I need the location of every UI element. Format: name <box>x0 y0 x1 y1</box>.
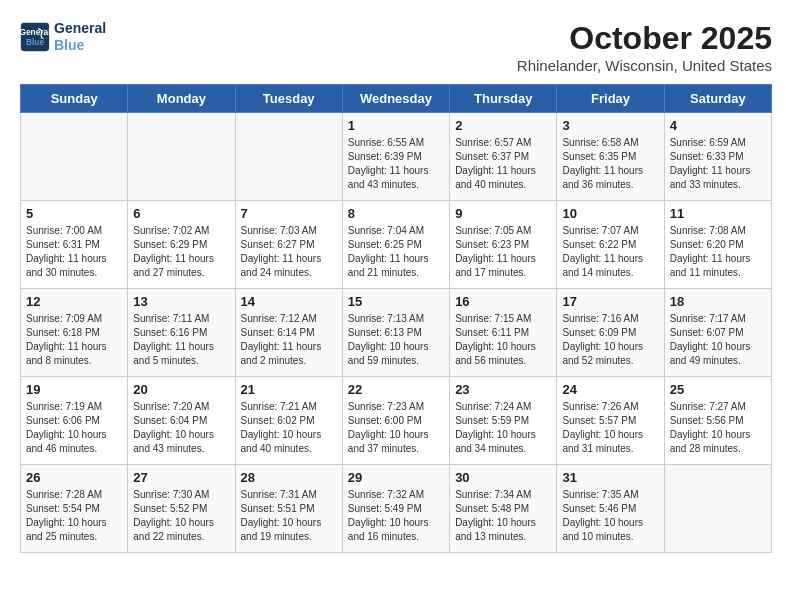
weekday-header: Sunday <box>21 85 128 113</box>
calendar-week-row: 19Sunrise: 7:19 AM Sunset: 6:06 PM Dayli… <box>21 377 772 465</box>
weekday-header: Friday <box>557 85 664 113</box>
calendar-cell: 29Sunrise: 7:32 AM Sunset: 5:49 PM Dayli… <box>342 465 449 553</box>
calendar-cell: 2Sunrise: 6:57 AM Sunset: 6:37 PM Daylig… <box>450 113 557 201</box>
title-block: October 2025 Rhinelander, Wisconsin, Uni… <box>517 20 772 74</box>
day-number: 20 <box>133 382 229 397</box>
calendar-cell: 7Sunrise: 7:03 AM Sunset: 6:27 PM Daylig… <box>235 201 342 289</box>
page-header: General Blue General Blue October 2025 R… <box>20 20 772 74</box>
calendar-table: SundayMondayTuesdayWednesdayThursdayFrid… <box>20 84 772 553</box>
day-number: 27 <box>133 470 229 485</box>
weekday-header: Tuesday <box>235 85 342 113</box>
calendar-cell: 22Sunrise: 7:23 AM Sunset: 6:00 PM Dayli… <box>342 377 449 465</box>
calendar-cell: 9Sunrise: 7:05 AM Sunset: 6:23 PM Daylig… <box>450 201 557 289</box>
logo-icon: General Blue <box>20 22 50 52</box>
calendar-cell: 25Sunrise: 7:27 AM Sunset: 5:56 PM Dayli… <box>664 377 771 465</box>
calendar-cell: 14Sunrise: 7:12 AM Sunset: 6:14 PM Dayli… <box>235 289 342 377</box>
day-detail: Sunrise: 7:31 AM Sunset: 5:51 PM Dayligh… <box>241 488 337 544</box>
calendar-cell: 16Sunrise: 7:15 AM Sunset: 6:11 PM Dayli… <box>450 289 557 377</box>
calendar-cell: 17Sunrise: 7:16 AM Sunset: 6:09 PM Dayli… <box>557 289 664 377</box>
day-number: 5 <box>26 206 122 221</box>
calendar-cell: 4Sunrise: 6:59 AM Sunset: 6:33 PM Daylig… <box>664 113 771 201</box>
calendar-week-row: 12Sunrise: 7:09 AM Sunset: 6:18 PM Dayli… <box>21 289 772 377</box>
day-detail: Sunrise: 7:00 AM Sunset: 6:31 PM Dayligh… <box>26 224 122 280</box>
day-number: 7 <box>241 206 337 221</box>
calendar-cell: 18Sunrise: 7:17 AM Sunset: 6:07 PM Dayli… <box>664 289 771 377</box>
day-detail: Sunrise: 7:07 AM Sunset: 6:22 PM Dayligh… <box>562 224 658 280</box>
calendar-cell <box>664 465 771 553</box>
day-number: 19 <box>26 382 122 397</box>
day-detail: Sunrise: 6:55 AM Sunset: 6:39 PM Dayligh… <box>348 136 444 192</box>
day-number: 31 <box>562 470 658 485</box>
weekday-header: Thursday <box>450 85 557 113</box>
day-detail: Sunrise: 7:08 AM Sunset: 6:20 PM Dayligh… <box>670 224 766 280</box>
calendar-cell: 15Sunrise: 7:13 AM Sunset: 6:13 PM Dayli… <box>342 289 449 377</box>
calendar-cell: 23Sunrise: 7:24 AM Sunset: 5:59 PM Dayli… <box>450 377 557 465</box>
day-detail: Sunrise: 7:03 AM Sunset: 6:27 PM Dayligh… <box>241 224 337 280</box>
logo-text-general: General <box>54 20 106 37</box>
calendar-cell: 26Sunrise: 7:28 AM Sunset: 5:54 PM Dayli… <box>21 465 128 553</box>
calendar-cell: 24Sunrise: 7:26 AM Sunset: 5:57 PM Dayli… <box>557 377 664 465</box>
calendar-cell <box>235 113 342 201</box>
calendar-cell: 27Sunrise: 7:30 AM Sunset: 5:52 PM Dayli… <box>128 465 235 553</box>
calendar-cell: 21Sunrise: 7:21 AM Sunset: 6:02 PM Dayli… <box>235 377 342 465</box>
day-detail: Sunrise: 7:13 AM Sunset: 6:13 PM Dayligh… <box>348 312 444 368</box>
day-number: 23 <box>455 382 551 397</box>
weekday-header: Saturday <box>664 85 771 113</box>
day-number: 12 <box>26 294 122 309</box>
day-number: 8 <box>348 206 444 221</box>
day-detail: Sunrise: 7:15 AM Sunset: 6:11 PM Dayligh… <box>455 312 551 368</box>
calendar-cell: 11Sunrise: 7:08 AM Sunset: 6:20 PM Dayli… <box>664 201 771 289</box>
day-number: 22 <box>348 382 444 397</box>
calendar-week-row: 1Sunrise: 6:55 AM Sunset: 6:39 PM Daylig… <box>21 113 772 201</box>
calendar-cell <box>128 113 235 201</box>
day-number: 2 <box>455 118 551 133</box>
day-number: 16 <box>455 294 551 309</box>
day-detail: Sunrise: 7:28 AM Sunset: 5:54 PM Dayligh… <box>26 488 122 544</box>
logo-text-blue: Blue <box>54 37 106 54</box>
day-number: 28 <box>241 470 337 485</box>
day-number: 1 <box>348 118 444 133</box>
logo: General Blue General Blue <box>20 20 106 54</box>
day-detail: Sunrise: 7:04 AM Sunset: 6:25 PM Dayligh… <box>348 224 444 280</box>
weekday-header: Wednesday <box>342 85 449 113</box>
day-number: 9 <box>455 206 551 221</box>
day-detail: Sunrise: 7:09 AM Sunset: 6:18 PM Dayligh… <box>26 312 122 368</box>
weekday-header: Monday <box>128 85 235 113</box>
day-number: 6 <box>133 206 229 221</box>
calendar-cell: 30Sunrise: 7:34 AM Sunset: 5:48 PM Dayli… <box>450 465 557 553</box>
calendar-cell: 28Sunrise: 7:31 AM Sunset: 5:51 PM Dayli… <box>235 465 342 553</box>
day-detail: Sunrise: 6:59 AM Sunset: 6:33 PM Dayligh… <box>670 136 766 192</box>
day-detail: Sunrise: 7:35 AM Sunset: 5:46 PM Dayligh… <box>562 488 658 544</box>
calendar-cell: 5Sunrise: 7:00 AM Sunset: 6:31 PM Daylig… <box>21 201 128 289</box>
calendar-cell: 6Sunrise: 7:02 AM Sunset: 6:29 PM Daylig… <box>128 201 235 289</box>
svg-text:General: General <box>20 26 50 36</box>
calendar-cell: 8Sunrise: 7:04 AM Sunset: 6:25 PM Daylig… <box>342 201 449 289</box>
day-detail: Sunrise: 6:57 AM Sunset: 6:37 PM Dayligh… <box>455 136 551 192</box>
day-detail: Sunrise: 7:11 AM Sunset: 6:16 PM Dayligh… <box>133 312 229 368</box>
day-number: 29 <box>348 470 444 485</box>
day-number: 26 <box>26 470 122 485</box>
day-number: 4 <box>670 118 766 133</box>
day-detail: Sunrise: 7:27 AM Sunset: 5:56 PM Dayligh… <box>670 400 766 456</box>
calendar-cell: 31Sunrise: 7:35 AM Sunset: 5:46 PM Dayli… <box>557 465 664 553</box>
day-number: 14 <box>241 294 337 309</box>
calendar-week-row: 5Sunrise: 7:00 AM Sunset: 6:31 PM Daylig… <box>21 201 772 289</box>
month-title: October 2025 <box>517 20 772 57</box>
calendar-cell: 10Sunrise: 7:07 AM Sunset: 6:22 PM Dayli… <box>557 201 664 289</box>
day-number: 11 <box>670 206 766 221</box>
calendar-cell: 13Sunrise: 7:11 AM Sunset: 6:16 PM Dayli… <box>128 289 235 377</box>
day-number: 18 <box>670 294 766 309</box>
day-detail: Sunrise: 7:26 AM Sunset: 5:57 PM Dayligh… <box>562 400 658 456</box>
day-detail: Sunrise: 7:05 AM Sunset: 6:23 PM Dayligh… <box>455 224 551 280</box>
day-detail: Sunrise: 6:58 AM Sunset: 6:35 PM Dayligh… <box>562 136 658 192</box>
weekday-header-row: SundayMondayTuesdayWednesdayThursdayFrid… <box>21 85 772 113</box>
day-number: 10 <box>562 206 658 221</box>
calendar-cell: 1Sunrise: 6:55 AM Sunset: 6:39 PM Daylig… <box>342 113 449 201</box>
day-detail: Sunrise: 7:12 AM Sunset: 6:14 PM Dayligh… <box>241 312 337 368</box>
day-number: 13 <box>133 294 229 309</box>
calendar-cell: 12Sunrise: 7:09 AM Sunset: 6:18 PM Dayli… <box>21 289 128 377</box>
day-detail: Sunrise: 7:34 AM Sunset: 5:48 PM Dayligh… <box>455 488 551 544</box>
day-detail: Sunrise: 7:23 AM Sunset: 6:00 PM Dayligh… <box>348 400 444 456</box>
day-detail: Sunrise: 7:32 AM Sunset: 5:49 PM Dayligh… <box>348 488 444 544</box>
day-number: 21 <box>241 382 337 397</box>
